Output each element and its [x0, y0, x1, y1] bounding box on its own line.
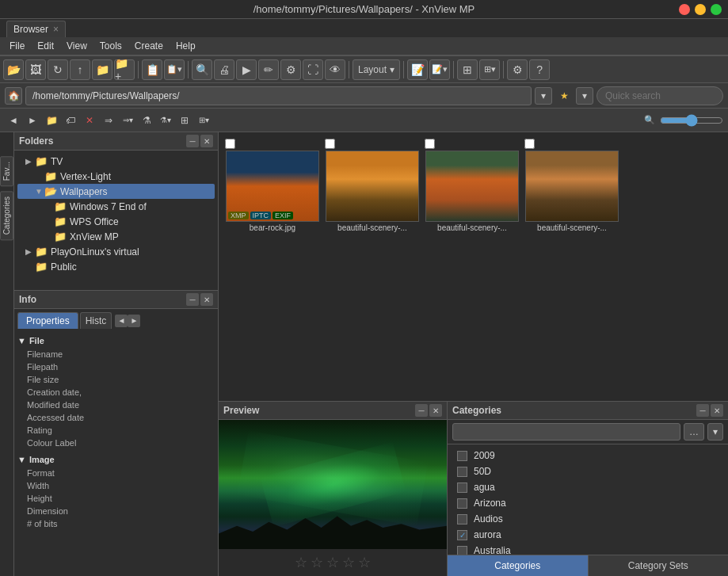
- favorites-star-button[interactable]: ★: [555, 87, 573, 105]
- tree-item-vertex[interactable]: ▶ 📁 Vertex-Light: [17, 169, 215, 184]
- tree-item-wallpapers[interactable]: ▼ 📂 Wallpapers: [17, 184, 215, 199]
- script2-button[interactable]: 📝▾: [429, 59, 450, 80]
- folders-min-btn[interactable]: ─: [186, 135, 199, 147]
- cat-item-6[interactable]: Australia: [448, 543, 728, 555]
- menu-view[interactable]: View: [60, 39, 93, 53]
- new-folder2-button[interactable]: 📁+: [114, 59, 135, 80]
- search-input[interactable]: [597, 86, 723, 105]
- info-nav-prev[interactable]: ◄: [115, 315, 128, 327]
- tree-item-tv[interactable]: ▶ 📁 TV: [17, 154, 215, 169]
- folders-close-btn[interactable]: ✕: [200, 135, 213, 147]
- help-button[interactable]: ?: [529, 59, 550, 80]
- info-min-btn[interactable]: ─: [186, 293, 199, 306]
- thumb-img-0[interactable]: XMP IPTC EXIF: [226, 151, 319, 222]
- compare-button[interactable]: ⊞: [457, 59, 478, 80]
- category-more-button[interactable]: ▾: [707, 423, 723, 441]
- tree-item-pol[interactable]: ▶ 📁 PlayOnLinux's virtual: [17, 244, 215, 259]
- preview-min-btn[interactable]: ─: [415, 404, 428, 417]
- cat-item-3[interactable]: Arizona: [448, 495, 728, 511]
- cat-item-0[interactable]: 2009: [448, 448, 728, 463]
- find-button[interactable]: 🔍: [192, 59, 212, 80]
- info-tab-properties[interactable]: Properties: [17, 312, 78, 329]
- copy-to-button[interactable]: 📋▾: [164, 59, 185, 80]
- side-tab-fav[interactable]: Fav...: [0, 156, 13, 186]
- star-2[interactable]: ☆: [311, 554, 323, 571]
- view-mode-button[interactable]: ⊞: [176, 112, 193, 129]
- cat-check-3[interactable]: [457, 498, 467, 509]
- address-input[interactable]: [25, 86, 532, 105]
- category-search-input[interactable]: [452, 423, 680, 441]
- thumb-item-1[interactable]: beautiful-scenery-...: [325, 139, 420, 232]
- category-menu-button[interactable]: …: [684, 423, 704, 441]
- edit-button[interactable]: ✏: [258, 59, 279, 80]
- info-tab-history[interactable]: Histc: [80, 312, 112, 329]
- thumb-img-2[interactable]: [425, 151, 519, 222]
- thumb-check-0[interactable]: [225, 139, 235, 149]
- thumb-item-0[interactable]: XMP IPTC EXIF bear-rock.jpg: [225, 139, 320, 232]
- open-button[interactable]: 📂: [3, 59, 24, 80]
- layout-dropdown[interactable]: Layout ▾: [353, 59, 400, 80]
- browser-tab-close[interactable]: ×: [53, 24, 59, 35]
- star-1[interactable]: ☆: [295, 554, 307, 571]
- cat-close-btn[interactable]: ✕: [711, 404, 723, 417]
- thumbnail-button[interactable]: 🖼: [25, 59, 46, 80]
- view-mode2-button[interactable]: ⊞▾: [195, 112, 212, 129]
- thumb-item-3[interactable]: beautiful-scenery-...: [524, 139, 619, 232]
- script-button[interactable]: 📝: [407, 59, 428, 80]
- thumb-check-2[interactable]: [425, 139, 435, 149]
- cat-check-0[interactable]: [457, 451, 467, 461]
- browser-tab[interactable]: Browser ×: [6, 21, 66, 37]
- thumb-img-3[interactable]: [525, 151, 619, 222]
- cat-tab-sets[interactable]: Category Sets: [589, 555, 729, 576]
- info-nav-next[interactable]: ►: [128, 315, 140, 327]
- print-button[interactable]: 🖨: [214, 59, 234, 80]
- thumb-img-1[interactable]: [326, 151, 419, 222]
- move-button[interactable]: ⇒: [100, 112, 117, 129]
- cat-min-btn[interactable]: ─: [696, 404, 709, 417]
- favorites-menu-button[interactable]: ▾: [576, 87, 593, 105]
- cat-item-4[interactable]: Audios: [448, 511, 728, 527]
- convert-button[interactable]: ⚙: [280, 59, 301, 80]
- cat-check-4[interactable]: [457, 514, 467, 525]
- cat-check-6[interactable]: [457, 546, 467, 555]
- menu-create[interactable]: Create: [128, 39, 170, 53]
- cat-item-2[interactable]: agua: [448, 479, 728, 495]
- cat-tab-categories[interactable]: Categories: [448, 555, 589, 576]
- preview-close-btn[interactable]: ✕: [429, 404, 442, 417]
- info-close-btn[interactable]: ✕: [200, 293, 213, 306]
- back-button[interactable]: ◄: [5, 112, 22, 129]
- new-folder-button[interactable]: 📁: [92, 59, 112, 80]
- star-5[interactable]: ☆: [358, 554, 371, 571]
- move2-button[interactable]: ⇒▾: [119, 112, 136, 129]
- refresh-button[interactable]: ↻: [48, 59, 68, 80]
- addr-dropdown-button[interactable]: ▾: [535, 87, 552, 105]
- star-4[interactable]: ☆: [342, 554, 355, 571]
- cat-check-5[interactable]: ✓: [457, 530, 467, 540]
- filter2-button[interactable]: ⚗▾: [157, 112, 174, 129]
- tree-item-wps[interactable]: ▶ 📁 WPS Office: [17, 214, 215, 229]
- menu-edit[interactable]: Edit: [31, 39, 60, 53]
- view-button[interactable]: 👁: [325, 59, 345, 80]
- side-tab-categories[interactable]: Categories: [0, 191, 13, 240]
- tree-item-win7[interactable]: ▶ 📁 Windows 7 End of: [17, 199, 215, 214]
- back-up-button[interactable]: ↑: [70, 59, 90, 80]
- thumb-check-3[interactable]: [524, 139, 535, 149]
- maximize-btn[interactable]: [711, 4, 722, 15]
- copy-button[interactable]: 📋: [142, 59, 162, 80]
- tree-item-xnview[interactable]: ▶ 📁 XnView MP: [17, 229, 215, 244]
- compare2-button[interactable]: ⊞▾: [479, 59, 500, 80]
- cat-check-1[interactable]: [457, 467, 467, 477]
- settings-button[interactable]: ⚙: [507, 59, 528, 80]
- fullscreen-button[interactable]: ⛶: [303, 59, 323, 80]
- minimize-btn[interactable]: [695, 4, 706, 15]
- delete-button[interactable]: ✕: [81, 112, 98, 129]
- cat-item-1[interactable]: 50D: [448, 463, 728, 479]
- slideshow-button[interactable]: ▶: [236, 59, 257, 80]
- tree-item-public[interactable]: ▶ 📁 Public: [17, 259, 215, 274]
- forward-button[interactable]: ►: [24, 112, 41, 129]
- menu-help[interactable]: Help: [170, 39, 202, 53]
- menu-file[interactable]: File: [3, 39, 31, 53]
- thumb-item-2[interactable]: beautiful-scenery-...: [425, 139, 520, 232]
- tag-button[interactable]: 🏷: [62, 112, 79, 129]
- star-3[interactable]: ☆: [326, 554, 339, 571]
